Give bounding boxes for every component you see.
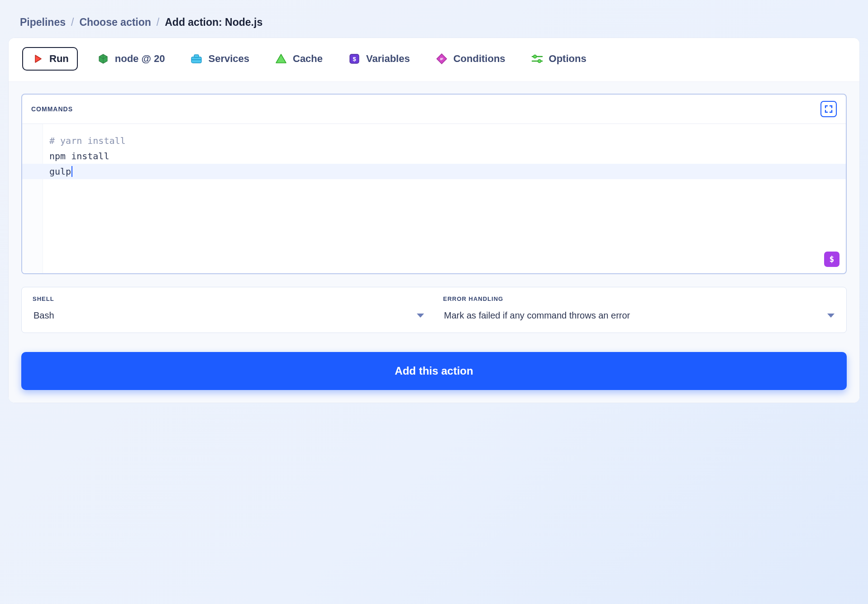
error-handling-value: Mark as failed if any command throws an … <box>444 310 630 321</box>
editor-line-current: gulp <box>22 164 846 179</box>
commands-panel: Commands # yarn install npm install gulp… <box>21 94 847 274</box>
insert-variable-button[interactable]: $ <box>824 252 839 267</box>
breadcrumb-separator: / <box>157 16 159 29</box>
editor-line: # yarn install <box>49 133 837 148</box>
tab-label: Conditions <box>453 53 506 65</box>
tab-conditions[interactable]: IF Conditions <box>429 48 512 70</box>
content-area: Commands # yarn install npm install gulp… <box>9 82 859 403</box>
toolbox-icon <box>190 52 203 65</box>
shell-label: Shell <box>33 295 425 302</box>
sliders-icon <box>531 52 544 65</box>
editor-line: npm install <box>49 148 837 164</box>
add-action-button[interactable]: Add this action <box>21 352 847 390</box>
diamond-icon: IF <box>435 52 448 65</box>
breadcrumb-link-choose-action[interactable]: Choose action <box>79 16 151 29</box>
chevron-down-icon <box>827 314 835 318</box>
text-cursor <box>72 166 72 177</box>
shell-value: Bash <box>33 310 54 321</box>
breadcrumb: Pipelines / Choose action / Add action: … <box>8 8 860 38</box>
breadcrumb-link-pipelines[interactable]: Pipelines <box>20 16 66 29</box>
breadcrumb-current: Add action: Node.js <box>165 16 262 29</box>
commands-editor[interactable]: # yarn install npm install gulp $ <box>22 124 846 273</box>
cube-icon <box>97 52 110 65</box>
editor-gutter <box>22 124 43 273</box>
expand-button[interactable] <box>820 101 837 117</box>
breadcrumb-separator: / <box>71 16 74 29</box>
tab-label: Variables <box>366 53 410 65</box>
main-card: Run node @ 20 <box>8 38 860 403</box>
tab-services[interactable]: Services <box>184 48 256 70</box>
tab-cache[interactable]: Cache <box>268 48 329 70</box>
tab-bar: Run node @ 20 <box>9 38 859 82</box>
tab-label: node @ 20 <box>115 53 165 65</box>
triangle-icon <box>275 52 287 65</box>
tab-label: Run <box>49 53 69 65</box>
error-handling-label: Error Handling <box>443 295 835 302</box>
error-handling-select[interactable]: Mark as failed if any command throws an … <box>443 309 835 323</box>
tab-node[interactable]: node @ 20 <box>91 48 172 70</box>
expand-icon <box>824 105 833 114</box>
tab-run[interactable]: Run <box>22 47 78 71</box>
play-icon <box>31 52 44 65</box>
tab-label: Options <box>549 53 587 65</box>
chevron-down-icon <box>417 314 424 318</box>
svg-text:IF: IF <box>440 57 443 61</box>
tab-options[interactable]: Options <box>525 48 593 70</box>
commands-title: Commands <box>31 105 73 113</box>
svg-text:$: $ <box>353 56 356 62</box>
tab-variables[interactable]: $ Variables <box>342 48 416 70</box>
svg-point-9 <box>538 60 541 63</box>
dollar-square-icon: $ <box>348 52 361 65</box>
tab-label: Cache <box>293 53 323 65</box>
svg-point-7 <box>533 55 536 58</box>
settings-row: Shell Bash Error Handling Mark as failed… <box>21 287 847 333</box>
tab-label: Services <box>208 53 249 65</box>
shell-select[interactable]: Bash <box>33 309 425 323</box>
svg-rect-1 <box>194 55 199 57</box>
